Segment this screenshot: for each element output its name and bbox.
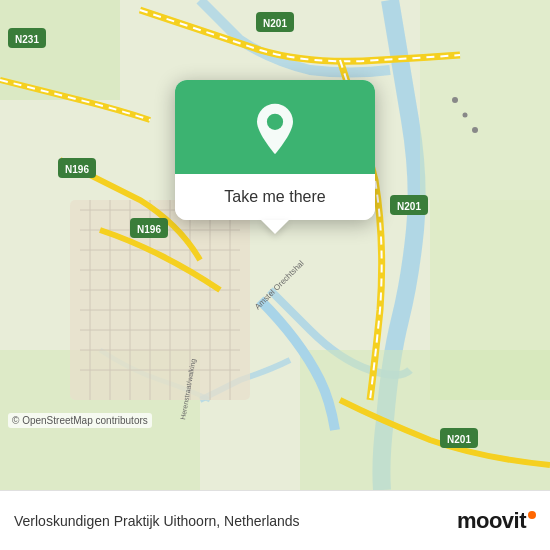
moovit-logo-text: moovit [457, 508, 526, 534]
moovit-logo: moovit [457, 508, 536, 534]
popup-icon-area [175, 80, 375, 174]
svg-point-41 [267, 114, 283, 130]
svg-text:N201: N201 [397, 201, 421, 212]
svg-text:N196: N196 [65, 164, 89, 175]
popup-card: Take me there [175, 80, 375, 220]
svg-point-38 [452, 97, 458, 103]
map-container: N231 N201 N196 N196 N201 N201 Amstel Ore… [0, 0, 550, 490]
svg-text:N201: N201 [447, 434, 471, 445]
bottom-bar: Verloskundigen Praktijk Uithoorn, Nether… [0, 490, 550, 550]
svg-text:N201: N201 [263, 18, 287, 29]
location-pin-icon [248, 102, 302, 156]
svg-point-39 [463, 113, 468, 118]
take-me-there-button[interactable]: Take me there [175, 174, 375, 220]
location-text: Verloskundigen Praktijk Uithoorn, Nether… [14, 513, 300, 529]
copyright-text: © OpenStreetMap contributors [8, 413, 152, 428]
svg-text:N196: N196 [137, 224, 161, 235]
svg-rect-5 [430, 200, 550, 400]
svg-rect-4 [420, 0, 550, 200]
svg-point-40 [472, 127, 478, 133]
moovit-logo-dot [528, 511, 536, 519]
svg-text:N231: N231 [15, 34, 39, 45]
